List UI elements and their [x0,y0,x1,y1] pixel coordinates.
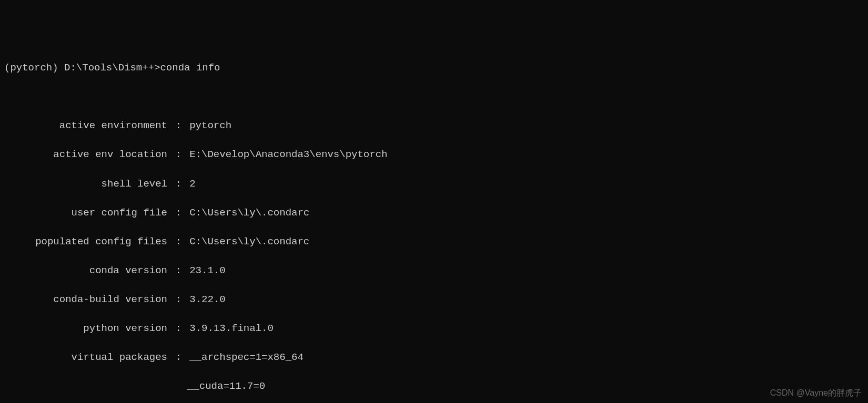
info-row-shell-level: shell level : 2 [4,177,864,192]
info-value-continuation: __cuda=11.7=0 [4,379,864,394]
prompt-line[interactable]: (pytorch) D:\Tools\Dism++>conda info [4,61,864,76]
prompt-command: conda info [160,62,220,74]
info-label: populated config files [4,235,167,250]
info-value: pytorch [189,119,231,133]
info-row-conda-version: conda version : 23.1.0 [4,264,864,278]
prompt-path: D:\Tools\Dism++> [64,62,160,74]
info-row-python-version: python version : 3.9.13.final.0 [4,322,864,336]
info-label: virtual packages [4,350,167,365]
info-separator: : [167,293,189,307]
info-value: 3.22.0 [189,293,225,307]
blank-line [4,90,864,105]
info-label: user config file [4,206,167,221]
info-value: 2 [189,177,195,192]
info-separator: : [167,119,189,133]
info-value: 23.1.0 [189,264,225,278]
watermark: CSDN @Vayne的胖虎子 [770,387,862,399]
info-separator: : [167,206,189,221]
info-label: active env location [4,148,167,162]
info-row-populated-config-files: populated config files : C:\Users\ly\.co… [4,235,864,250]
info-row-virtual-packages: virtual packages : __archspec=1=x86_64 [4,350,864,365]
info-label: active environment [4,119,167,133]
info-row-active-environment: active environment : pytorch [4,119,864,133]
info-row-user-config-file: user config file : C:\Users\ly\.condarc [4,206,864,221]
info-label: conda version [4,264,167,278]
info-separator: : [167,235,189,250]
info-value: 3.9.13.final.0 [189,322,274,336]
info-label: shell level [4,177,167,192]
info-value: C:\Users\ly\.condarc [189,235,309,250]
info-separator: : [167,264,189,278]
info-value: __archspec=1=x86_64 [189,350,304,365]
info-separator: : [167,350,189,365]
info-separator: : [167,177,189,192]
info-value: C:\Users\ly\.condarc [189,206,309,221]
info-value: E:\Develop\Anaconda3\envs\pytorch [189,148,387,162]
info-separator: : [167,322,189,336]
info-separator: : [167,148,189,162]
prompt-env: (pytorch) [4,62,58,74]
info-label: conda-build version [4,293,167,307]
info-row-active-env-location: active env location : E:\Develop\Anacond… [4,148,864,162]
info-label: python version [4,322,167,336]
info-row-conda-build-version: conda-build version : 3.22.0 [4,293,864,307]
